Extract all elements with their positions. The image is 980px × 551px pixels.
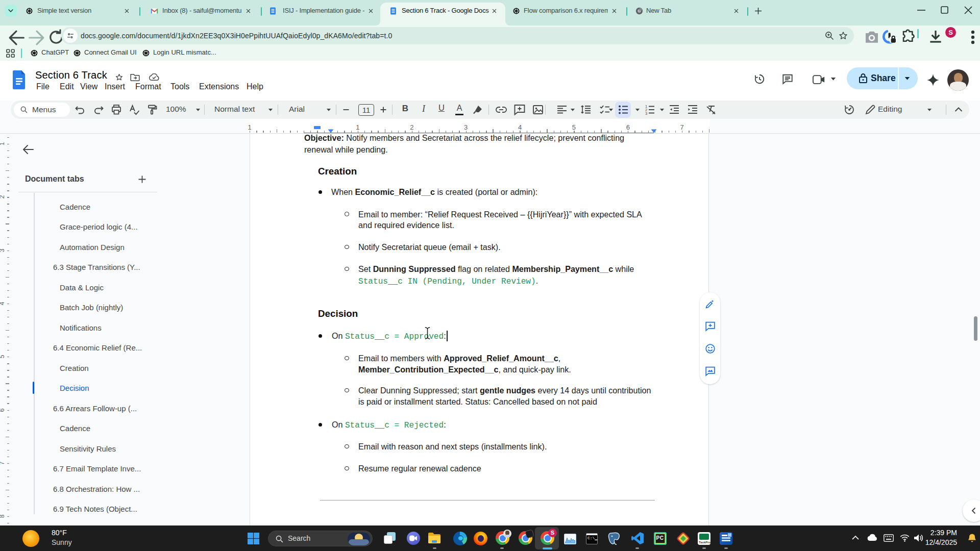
svg-text:3: 3 xyxy=(645,111,647,116)
